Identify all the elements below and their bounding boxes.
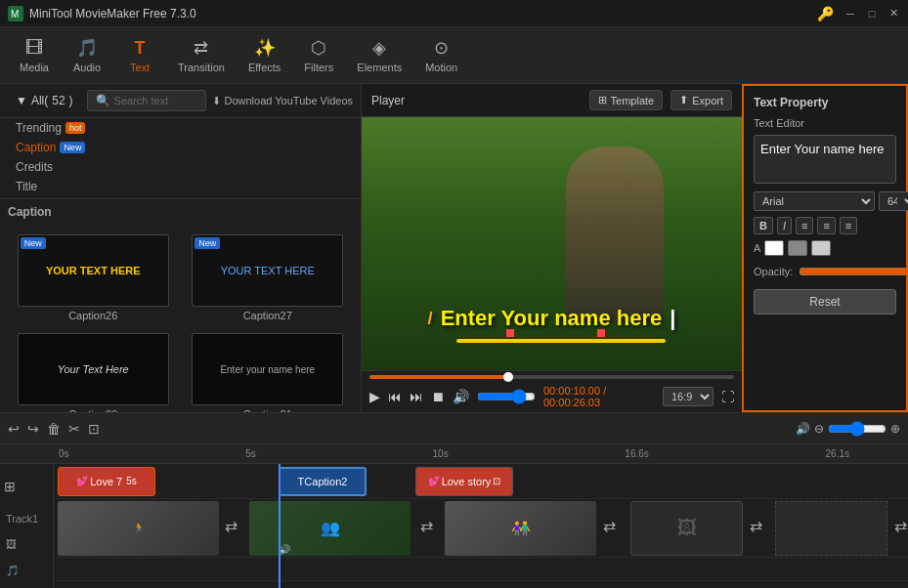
tool-elements[interactable]: ◈ Elements bbox=[347, 33, 411, 77]
export-icon: ⬆ bbox=[679, 94, 688, 106]
plus-zoom[interactable]: ⊕ bbox=[890, 422, 900, 436]
tool-motion[interactable]: ⊙ Motion bbox=[415, 33, 467, 77]
crop-button[interactable]: ⊡ bbox=[88, 421, 100, 437]
delete-button[interactable]: 🗑 bbox=[47, 421, 61, 437]
svg-text:M: M bbox=[11, 9, 19, 20]
swap-arrow-3[interactable]: ⇄ bbox=[603, 517, 616, 535]
swap-arrow-5[interactable]: ⇄ bbox=[894, 517, 907, 535]
tool-transition[interactable]: ⇄ Transition bbox=[168, 33, 235, 77]
cut-button[interactable]: ✂ bbox=[68, 421, 80, 437]
panel-header: ▼ All(52) 🔍 Search text ⬇ Download YouTu… bbox=[0, 84, 361, 118]
text-editor-area[interactable]: Enter Your name here bbox=[754, 135, 896, 184]
bold-button[interactable]: B bbox=[754, 217, 773, 234]
section-title: Caption bbox=[0, 201, 361, 223]
clip-lovestory[interactable]: 💕 Love story ⊡ bbox=[415, 467, 513, 496]
all-section[interactable]: ▼ All(52) bbox=[8, 91, 81, 110]
play-button[interactable]: ▶ bbox=[369, 389, 380, 404]
zoom-slider[interactable] bbox=[828, 421, 886, 437]
track1-label: Track1 bbox=[0, 513, 53, 525]
track-labels: ⊞ Track1 🖼 🎵 bbox=[0, 464, 54, 588]
center-panel: Player ⊞ Template ⬆ Export / Enter Yo bbox=[362, 84, 742, 412]
align-left-button[interactable]: ≡ bbox=[796, 217, 813, 234]
media-clip-2[interactable]: 👥 bbox=[249, 501, 411, 556]
media-clip-1[interactable]: 🏃 bbox=[58, 501, 219, 556]
caption-item-26[interactable]: New YOUR TEXT HERE Caption26 bbox=[8, 231, 179, 325]
tool-effects[interactable]: ✨ Effects bbox=[238, 33, 290, 77]
timeline-ruler: 0s 5s 10s 16.6s 26.1s bbox=[0, 444, 908, 464]
caption-item-27[interactable]: New YOUR TEXT HERE Caption27 bbox=[183, 231, 354, 325]
filters-icon: ⬡ bbox=[311, 37, 326, 59]
tool-text[interactable]: T Text bbox=[115, 34, 164, 77]
fullscreen-button[interactable]: ⛶ bbox=[721, 390, 734, 404]
secondary-color-swatch[interactable] bbox=[811, 240, 831, 256]
maximize-button[interactable]: □ bbox=[865, 7, 879, 21]
nav-title[interactable]: Title bbox=[0, 177, 361, 196]
nav-credits[interactable]: Credits bbox=[0, 157, 361, 177]
media-track-icon: 🖼 bbox=[6, 538, 17, 550]
italic-button[interactable]: I bbox=[777, 217, 792, 234]
window-controls: ─ □ ✕ bbox=[843, 7, 900, 21]
font-controls: Arial Times New Roman 64 48 32 24 ≡ ▾ bbox=[754, 191, 896, 211]
audio-track-row bbox=[54, 558, 908, 581]
media-clip-4[interactable]: 🖼 bbox=[630, 501, 743, 556]
ruler-marks: 0s 5s 10s 16.6s 26.1s bbox=[59, 448, 849, 459]
bg-color-swatch[interactable] bbox=[788, 240, 807, 256]
download-youtube-button[interactable]: ⬇ Download YouTube Videos bbox=[212, 95, 354, 107]
media-thumb-1: 🏃 bbox=[58, 501, 219, 556]
clip-caption2[interactable]: T Caption2 ▼ bbox=[279, 467, 367, 496]
stop-button[interactable]: ⏹ bbox=[431, 389, 445, 404]
tool-filters[interactable]: ⬡ Filters bbox=[294, 33, 343, 77]
color-row: A bbox=[754, 240, 896, 256]
volume-slider[interactable] bbox=[477, 389, 536, 404]
swap-arrow-1[interactable]: ⇄ bbox=[225, 517, 238, 535]
aspect-ratio-select[interactable]: 16:9 9:16 1:1 bbox=[663, 387, 713, 406]
font-family-select[interactable]: Arial Times New Roman bbox=[754, 191, 875, 211]
nav-caption[interactable]: Caption New bbox=[0, 138, 361, 157]
caption-thumb-28: Your Text Here bbox=[18, 333, 169, 405]
caption-thumb-27: New YOUR TEXT HERE bbox=[192, 234, 343, 307]
undo-button[interactable]: ↩ bbox=[8, 421, 20, 437]
tool-media[interactable]: 🎞 Media bbox=[10, 34, 59, 77]
progress-fill bbox=[369, 375, 508, 379]
zoom-controls: 🔊 ⊖ ⊕ bbox=[796, 421, 900, 437]
align-right-button[interactable]: ≡ bbox=[840, 217, 857, 234]
close-button[interactable]: ✕ bbox=[886, 7, 900, 21]
timeline-toolbar: ↩ ↪ 🗑 ✂ ⊡ 🔊 ⊖ ⊕ bbox=[0, 413, 908, 444]
text-editor-label: Text Editor bbox=[754, 117, 896, 129]
prev-frame-button[interactable]: ⏮ bbox=[388, 389, 402, 404]
next-frame-button[interactable]: ⏭ bbox=[410, 389, 423, 404]
controls-row: ▶ ⏮ ⏭ ⏹ 🔊 00:00:10.00 / 00:00:26.03 16:9… bbox=[369, 385, 734, 408]
align-center-button[interactable]: ≡ bbox=[817, 217, 835, 234]
caption-thumb-26: New YOUR TEXT HERE bbox=[18, 234, 169, 307]
swap-arrow-2[interactable]: ⇄ bbox=[420, 517, 433, 535]
font-size-select[interactable]: 64 48 32 24 bbox=[879, 191, 908, 211]
redo-button[interactable]: ↪ bbox=[27, 421, 39, 437]
minimize-button[interactable]: ─ bbox=[843, 7, 857, 21]
swap-arrow-4[interactable]: ⇄ bbox=[750, 517, 762, 535]
download-icon: ⬇ bbox=[212, 95, 221, 107]
opacity-slider[interactable] bbox=[799, 264, 908, 279]
template-button[interactable]: ⊞ Template bbox=[589, 90, 664, 110]
export-button[interactable]: ⬆ Export bbox=[670, 90, 732, 110]
zoom-icon: 🔊 bbox=[796, 422, 810, 436]
progress-bar[interactable] bbox=[369, 375, 734, 379]
video-preview: / Enter Your name here | bbox=[362, 117, 742, 370]
tool-audio[interactable]: 🎵 Audio bbox=[63, 33, 111, 77]
minus-zoom[interactable]: ⊖ bbox=[814, 422, 824, 436]
volume-button[interactable]: 🔊 bbox=[453, 389, 469, 404]
add-track-button[interactable]: ⊞ bbox=[0, 475, 53, 498]
clip-love7[interactable]: 💕 Love 7 5s bbox=[58, 467, 155, 496]
video-background: / Enter Your name here | bbox=[362, 117, 742, 370]
main-content: ▼ All(52) 🔍 Search text ⬇ Download YouTu… bbox=[0, 84, 908, 412]
media-clip-3[interactable]: 👫 bbox=[445, 501, 596, 556]
text-icon: T bbox=[135, 38, 146, 59]
caption-item-21[interactable]: Enter your name here Caption21 bbox=[183, 329, 354, 412]
font-color-swatch[interactable] bbox=[764, 240, 784, 256]
nav-trending[interactable]: Trending hot bbox=[0, 118, 361, 138]
timeline: ↩ ↪ 🗑 ✂ ⊡ 🔊 ⊖ ⊕ 0s 5s 10s 16.6s 26.1s ⊞ bbox=[0, 412, 908, 588]
caption-item-28[interactable]: Your Text Here Caption28 bbox=[8, 329, 179, 412]
search-box[interactable]: 🔍 Search text bbox=[87, 90, 206, 111]
search-icon: 🔍 bbox=[96, 94, 110, 107]
media-thumb-3: 👫 bbox=[445, 501, 596, 556]
reset-button[interactable]: Reset bbox=[754, 289, 896, 315]
